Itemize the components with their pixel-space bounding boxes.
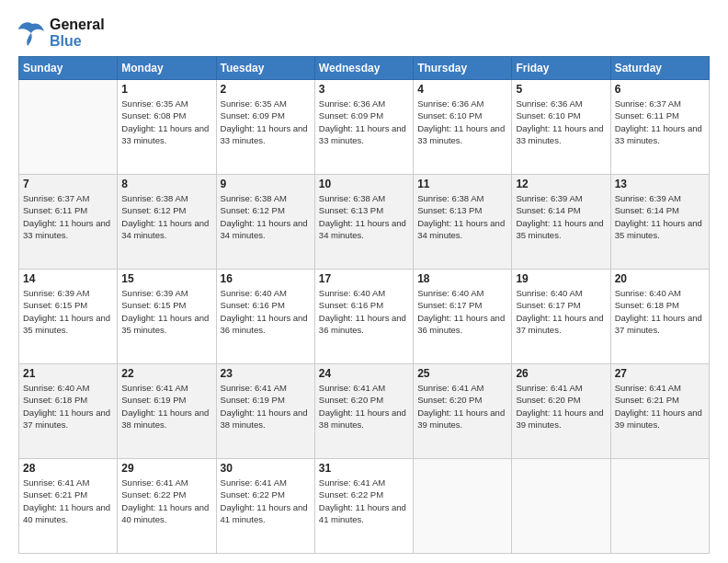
day-number: 30 xyxy=(221,462,311,475)
day-number: 4 xyxy=(417,83,507,96)
sunset-text: Sunset: 6:10 PM xyxy=(516,109,606,121)
calendar-cell: 16Sunrise: 6:40 AMSunset: 6:16 PMDayligh… xyxy=(216,270,314,364)
calendar-cell xyxy=(610,459,709,554)
calendar-cell: 2Sunrise: 6:35 AMSunset: 6:09 PMDaylight… xyxy=(216,80,314,175)
day-number: 15 xyxy=(121,272,211,285)
sunset-text: Sunset: 6:19 PM xyxy=(121,394,211,406)
day-number: 10 xyxy=(319,178,409,190)
day-number: 13 xyxy=(615,178,705,190)
sunset-text: Sunset: 6:14 PM xyxy=(615,204,705,216)
sunrise-text: Sunrise: 6:41 AM xyxy=(121,477,211,488)
sunrise-text: Sunrise: 6:36 AM xyxy=(516,98,606,109)
calendar-cell: 7Sunrise: 6:37 AMSunset: 6:11 PMDaylight… xyxy=(19,175,118,270)
day-number: 22 xyxy=(121,367,211,380)
calendar-cell: 23Sunrise: 6:41 AMSunset: 6:19 PMDayligh… xyxy=(216,364,314,459)
calendar-cell: 6Sunrise: 6:37 AMSunset: 6:11 PMDaylight… xyxy=(610,80,709,175)
day-number: 28 xyxy=(23,462,113,475)
daylight-text: Daylight: 11 hours and 39 minutes. xyxy=(516,407,606,431)
day-number: 8 xyxy=(121,178,211,190)
calendar-cell xyxy=(19,80,118,175)
sunrise-text: Sunrise: 6:41 AM xyxy=(319,477,409,488)
daylight-text: Daylight: 11 hours and 38 minutes. xyxy=(221,407,311,431)
sunset-text: Sunset: 6:12 PM xyxy=(221,204,311,216)
day-number: 11 xyxy=(417,178,507,190)
sunrise-text: Sunrise: 6:41 AM xyxy=(417,382,507,394)
calendar-cell: 19Sunrise: 6:40 AMSunset: 6:17 PMDayligh… xyxy=(512,270,610,364)
sunrise-text: Sunrise: 6:41 AM xyxy=(319,382,409,394)
calendar-cell: 22Sunrise: 6:41 AMSunset: 6:19 PMDayligh… xyxy=(118,364,216,459)
col-header-tuesday: Tuesday xyxy=(216,57,314,80)
daylight-text: Daylight: 11 hours and 38 minutes. xyxy=(121,407,211,431)
sunset-text: Sunset: 6:09 PM xyxy=(319,109,409,121)
logo-text: General Blue xyxy=(50,17,105,49)
day-number: 17 xyxy=(319,272,409,285)
daylight-text: Daylight: 11 hours and 35 minutes. xyxy=(615,217,705,242)
sunset-text: Sunset: 6:13 PM xyxy=(417,204,507,216)
daylight-text: Daylight: 11 hours and 35 minutes. xyxy=(516,217,606,242)
sunrise-text: Sunrise: 6:39 AM xyxy=(615,192,705,204)
calendar-cell: 4Sunrise: 6:36 AMSunset: 6:10 PMDaylight… xyxy=(414,80,512,175)
sunrise-text: Sunrise: 6:41 AM xyxy=(221,477,311,488)
day-number: 16 xyxy=(221,272,311,285)
calendar-cell: 5Sunrise: 6:36 AMSunset: 6:10 PMDaylight… xyxy=(512,80,610,175)
col-header-wednesday: Wednesday xyxy=(314,57,413,80)
daylight-text: Daylight: 11 hours and 38 minutes. xyxy=(319,407,409,431)
day-number: 5 xyxy=(516,83,606,96)
calendar-cell: 30Sunrise: 6:41 AMSunset: 6:22 PMDayligh… xyxy=(216,459,314,554)
daylight-text: Daylight: 11 hours and 35 minutes. xyxy=(23,312,113,337)
sunrise-text: Sunrise: 6:38 AM xyxy=(417,192,507,204)
day-number: 29 xyxy=(121,462,211,475)
calendar-cell: 29Sunrise: 6:41 AMSunset: 6:22 PMDayligh… xyxy=(118,459,216,554)
sunset-text: Sunset: 6:16 PM xyxy=(221,299,311,311)
logo-icon xyxy=(18,20,46,46)
sunrise-text: Sunrise: 6:40 AM xyxy=(319,287,409,299)
calendar-table: SundayMondayTuesdayWednesdayThursdayFrid… xyxy=(18,56,710,554)
day-number: 24 xyxy=(319,367,409,380)
calendar-cell: 31Sunrise: 6:41 AMSunset: 6:22 PMDayligh… xyxy=(314,459,413,554)
calendar-cell: 3Sunrise: 6:36 AMSunset: 6:09 PMDaylight… xyxy=(314,80,413,175)
sunset-text: Sunset: 6:08 PM xyxy=(121,109,211,121)
sunset-text: Sunset: 6:20 PM xyxy=(516,394,606,406)
sunset-text: Sunset: 6:22 PM xyxy=(221,488,311,500)
daylight-text: Daylight: 11 hours and 33 minutes. xyxy=(516,122,606,147)
day-number: 14 xyxy=(23,272,113,285)
day-number: 21 xyxy=(23,367,113,380)
day-number: 27 xyxy=(615,367,705,380)
day-number: 23 xyxy=(221,367,311,380)
sunrise-text: Sunrise: 6:41 AM xyxy=(221,382,311,394)
sunrise-text: Sunrise: 6:41 AM xyxy=(615,382,705,394)
daylight-text: Daylight: 11 hours and 35 minutes. xyxy=(121,312,211,337)
calendar-cell: 20Sunrise: 6:40 AMSunset: 6:18 PMDayligh… xyxy=(610,270,709,364)
sunset-text: Sunset: 6:11 PM xyxy=(615,109,705,121)
page: General Blue SundayMondayTuesdayWednesda… xyxy=(0,0,728,563)
sunrise-text: Sunrise: 6:40 AM xyxy=(516,287,606,299)
sunset-text: Sunset: 6:21 PM xyxy=(615,394,705,406)
sunrise-text: Sunrise: 6:39 AM xyxy=(23,287,113,299)
daylight-text: Daylight: 11 hours and 40 minutes. xyxy=(121,501,211,526)
sunset-text: Sunset: 6:18 PM xyxy=(23,394,113,406)
sunrise-text: Sunrise: 6:35 AM xyxy=(221,98,311,109)
sunrise-text: Sunrise: 6:41 AM xyxy=(23,477,113,488)
sunrise-text: Sunrise: 6:36 AM xyxy=(417,98,507,109)
sunset-text: Sunset: 6:10 PM xyxy=(417,109,507,121)
calendar-week-row: 14Sunrise: 6:39 AMSunset: 6:15 PMDayligh… xyxy=(19,270,710,364)
col-header-thursday: Thursday xyxy=(414,57,512,80)
sunrise-text: Sunrise: 6:41 AM xyxy=(121,382,211,394)
sunrise-text: Sunrise: 6:37 AM xyxy=(615,98,705,109)
sunrise-text: Sunrise: 6:35 AM xyxy=(121,98,211,109)
sunset-text: Sunset: 6:21 PM xyxy=(23,488,113,500)
day-number: 9 xyxy=(221,178,311,190)
sunset-text: Sunset: 6:13 PM xyxy=(319,204,409,216)
daylight-text: Daylight: 11 hours and 36 minutes. xyxy=(319,312,409,337)
daylight-text: Daylight: 11 hours and 41 minutes. xyxy=(221,501,311,526)
col-header-monday: Monday xyxy=(118,57,216,80)
calendar-cell: 27Sunrise: 6:41 AMSunset: 6:21 PMDayligh… xyxy=(610,364,709,459)
sunset-text: Sunset: 6:14 PM xyxy=(516,204,606,216)
day-number: 19 xyxy=(516,272,606,285)
daylight-text: Daylight: 11 hours and 37 minutes. xyxy=(23,407,113,431)
daylight-text: Daylight: 11 hours and 33 minutes. xyxy=(121,122,211,147)
col-header-sunday: Sunday xyxy=(19,57,118,80)
daylight-text: Daylight: 11 hours and 34 minutes. xyxy=(417,217,507,242)
daylight-text: Daylight: 11 hours and 33 minutes. xyxy=(23,217,113,242)
sunset-text: Sunset: 6:18 PM xyxy=(615,299,705,311)
